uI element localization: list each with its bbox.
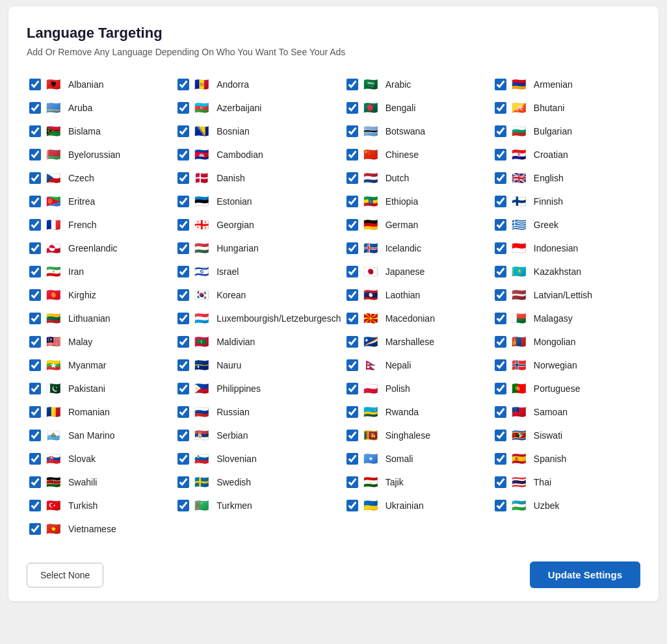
checkbox-aruba[interactable] xyxy=(29,102,41,114)
label-rwanda: Rwanda xyxy=(386,407,419,417)
checkbox-uzbek[interactable] xyxy=(495,500,506,511)
checkbox-romanian[interactable] xyxy=(29,406,41,418)
checkbox-thai[interactable] xyxy=(495,476,506,488)
checkbox-malagasy[interactable] xyxy=(495,313,506,324)
checkbox-greenlandic[interactable] xyxy=(29,242,41,254)
checkbox-russian[interactable] xyxy=(177,406,189,418)
update-settings-button[interactable]: Update Settings xyxy=(530,561,640,588)
label-singhalese: Singhalese xyxy=(386,430,430,441)
checkbox-laothian[interactable] xyxy=(347,289,358,301)
checkbox-singhalese[interactable] xyxy=(347,430,358,441)
checkbox-byelorussian[interactable] xyxy=(29,149,41,161)
lang-item-malay: 🇲🇾Malay xyxy=(27,330,175,354)
checkbox-swedish[interactable] xyxy=(177,476,189,488)
lang-item-myanmar: 🇲🇲Myanmar xyxy=(27,354,175,377)
label-uzbek: Uzbek xyxy=(534,500,560,511)
checkbox-georgian[interactable] xyxy=(177,219,189,231)
checkbox-norwegian[interactable] xyxy=(495,359,506,371)
checkbox-czech[interactable] xyxy=(29,172,41,184)
checkbox-vietnamese[interactable] xyxy=(29,523,41,535)
lang-item-bosnian: 🇧🇦Bosnian xyxy=(175,120,343,143)
checkbox-bosnian[interactable] xyxy=(177,125,189,137)
label-turkish: Turkish xyxy=(68,500,98,511)
checkbox-somali[interactable] xyxy=(347,453,358,465)
checkbox-croatian[interactable] xyxy=(495,149,506,161)
checkbox-english[interactable] xyxy=(495,172,506,184)
checkbox-turkmen[interactable] xyxy=(177,500,189,511)
checkbox-botswana[interactable] xyxy=(347,125,358,137)
checkbox-philippines[interactable] xyxy=(177,383,189,394)
lang-item-philippines: 🇵🇭Philippines xyxy=(175,377,343,400)
checkbox-ethiopia[interactable] xyxy=(347,196,358,207)
lang-item-japanese: 🇯🇵Japanese xyxy=(344,260,492,283)
checkbox-turkish[interactable] xyxy=(29,500,41,511)
checkbox-rwanda[interactable] xyxy=(347,406,358,418)
checkbox-maldivian[interactable] xyxy=(177,336,189,348)
checkbox-serbian[interactable] xyxy=(177,430,189,441)
checkbox-bulgarian[interactable] xyxy=(495,125,506,137)
checkbox-korean[interactable] xyxy=(177,289,189,301)
checkbox-nauru[interactable] xyxy=(177,359,189,371)
checkbox-kazakhstan[interactable] xyxy=(495,266,506,277)
checkbox-japanese[interactable] xyxy=(347,266,358,277)
checkbox-marshallese[interactable] xyxy=(347,336,358,348)
checkbox-latvian[interactable] xyxy=(495,289,506,301)
lang-item-azerbaijani: 🇦🇿Azerbaijani xyxy=(175,96,343,120)
checkbox-andorra[interactable] xyxy=(177,79,189,90)
lang-item-laothian: 🇱🇦Laothian xyxy=(344,283,492,307)
checkbox-indonesian[interactable] xyxy=(495,242,506,254)
checkbox-israel[interactable] xyxy=(177,266,189,277)
checkbox-swahili[interactable] xyxy=(29,476,41,488)
checkbox-polish[interactable] xyxy=(347,383,358,394)
lang-item-lithuanian: 🇱🇹Lithuanian xyxy=(27,307,175,330)
checkbox-dutch[interactable] xyxy=(347,172,358,184)
checkbox-chinese[interactable] xyxy=(347,149,358,161)
checkbox-siswati[interactable] xyxy=(495,430,506,441)
checkbox-mongolian[interactable] xyxy=(495,336,506,348)
label-greek: Greek xyxy=(534,220,558,230)
flag-ethiopia: 🇪🇹 xyxy=(363,196,380,207)
checkbox-spanish[interactable] xyxy=(495,453,506,465)
label-myanmar: Myanmar xyxy=(68,360,106,370)
checkbox-french[interactable] xyxy=(29,219,41,231)
flag-bengali: 🇧🇩 xyxy=(363,102,380,114)
flag-somali: 🇸🇴 xyxy=(363,453,380,465)
lang-item-siswati: 🇸🇿Siswati xyxy=(492,424,640,447)
checkbox-kirghiz[interactable] xyxy=(29,289,41,301)
checkbox-azerbaijani[interactable] xyxy=(177,102,189,114)
checkbox-tajik[interactable] xyxy=(347,476,358,488)
checkbox-greek[interactable] xyxy=(495,219,506,231)
checkbox-finnish[interactable] xyxy=(495,196,506,207)
checkbox-bhutani[interactable] xyxy=(495,102,506,114)
checkbox-myanmar[interactable] xyxy=(29,359,41,371)
checkbox-sanmarino[interactable] xyxy=(29,430,41,441)
select-none-button[interactable]: Select None xyxy=(27,563,103,587)
checkbox-hungarian[interactable] xyxy=(177,242,189,254)
checkbox-lithuanian[interactable] xyxy=(29,313,41,324)
flag-eritrea: 🇪🇷 xyxy=(46,196,63,207)
checkbox-albanian[interactable] xyxy=(29,79,41,90)
flag-bhutani: 🇧🇹 xyxy=(512,102,529,114)
checkbox-malay[interactable] xyxy=(29,336,41,348)
checkbox-slovenian[interactable] xyxy=(177,453,189,465)
checkbox-macedonian[interactable] xyxy=(347,313,358,324)
checkbox-ukrainian[interactable] xyxy=(347,500,358,511)
checkbox-samoan[interactable] xyxy=(495,406,506,418)
checkbox-nepali[interactable] xyxy=(347,359,358,371)
checkbox-luxembourgish[interactable] xyxy=(177,313,189,324)
checkbox-slovak[interactable] xyxy=(29,453,41,465)
checkbox-german[interactable] xyxy=(347,219,358,231)
checkbox-danish[interactable] xyxy=(177,172,189,184)
checkbox-eritrea[interactable] xyxy=(29,196,41,207)
checkbox-estonian[interactable] xyxy=(177,196,189,207)
checkbox-portuguese[interactable] xyxy=(495,383,506,394)
checkbox-pakistani[interactable] xyxy=(29,383,41,394)
flag-lithuanian: 🇱🇹 xyxy=(46,313,63,324)
checkbox-armenian[interactable] xyxy=(495,79,506,90)
checkbox-bislama[interactable] xyxy=(29,125,41,137)
checkbox-arabic[interactable] xyxy=(347,79,358,90)
checkbox-iran[interactable] xyxy=(29,266,41,277)
checkbox-icelandic[interactable] xyxy=(347,242,358,254)
checkbox-bengali[interactable] xyxy=(347,102,358,114)
checkbox-cambodian[interactable] xyxy=(177,149,189,161)
